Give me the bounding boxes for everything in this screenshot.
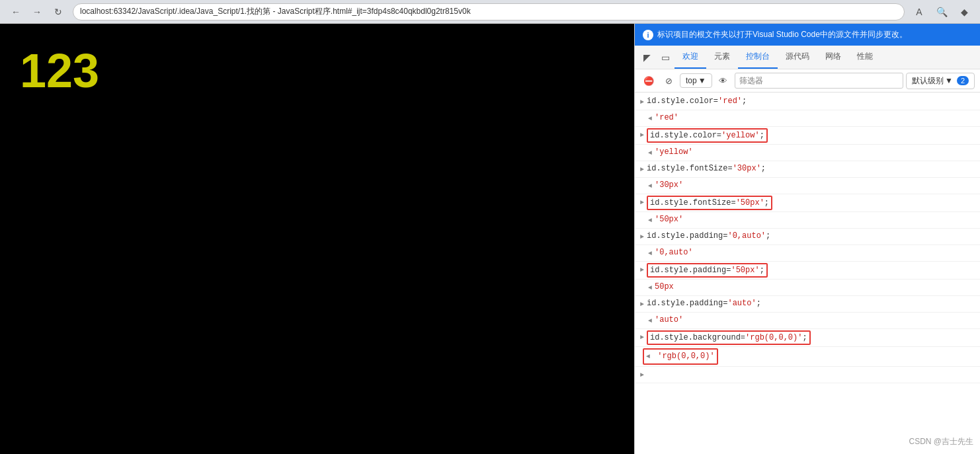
level-label: 默认级别 [912,75,944,87]
collapse-icon[interactable]: ◄ [648,315,652,327]
nav-buttons: ← → ↻ [7,3,67,21]
level-arrow-icon: ▼ [945,76,953,85]
filter-input[interactable] [735,73,903,89]
collapse-icon[interactable]: ◄ [648,113,652,125]
console-content[interactable]: ► id.style.color='red'; ◄ 'red' ► id.sty… [635,93,980,454]
console-return-line: ◄ '50px' [635,212,980,229]
tab-elements[interactable]: 元素 [706,46,738,69]
tab-performance[interactable]: 性能 [849,46,881,69]
level-dropdown[interactable]: 默认级别 ▼ 2 [906,73,975,89]
console-toolbar: ⛔ ⊘ top ▼ 👁 默认级别 ▼ 2 [635,69,980,93]
console-return-line: ◄ 'yellow' [635,145,980,161]
extensions-button[interactable]: ◆ [955,3,973,21]
device-icon[interactable]: ▭ [656,48,674,67]
watermark: CSDN @吉士先生 [909,436,973,447]
highlighted-command: id.style.color='yellow'; [647,128,768,143]
console-return-line: ◄ 50px [635,280,980,296]
expand-icon[interactable]: ► [640,332,644,344]
address-bar[interactable]: localhost:63342/JavaScript/.idea/Java_Sc… [73,3,905,20]
info-text: 标识项目的根文件夹以打开Visual Studio Code中的源文件并同步更改… [657,29,907,40]
collapse-icon[interactable]: ◄ [648,248,652,260]
console-line: ► id.style.padding='50px'; [635,262,980,280]
search-button[interactable]: 🔍 [932,3,951,21]
devtools-tabs: ◤ ▭ 欢迎 元素 控制台 源代码 网络 性能 [635,46,980,69]
badge: 2 [957,76,969,85]
console-line: ► id.style.color='yellow'; [635,127,980,145]
tab-console[interactable]: 控制台 [738,46,778,69]
expand-icon[interactable]: ► [640,96,644,108]
expand-icon[interactable]: ► [640,369,644,381]
info-bar: i 标识项目的根文件夹以打开Visual Studio Code中的源文件并同步… [635,24,980,46]
browser-chrome: ← → ↻ localhost:63342/JavaScript/.idea/J… [0,0,980,24]
console-line: ► id.style.color='red'; [635,94,980,110]
collapse-icon[interactable]: ◄ [648,282,652,294]
console-empty-line: ► [635,367,980,383]
tab-network[interactable]: 网络 [817,46,849,69]
expand-icon[interactable]: ► [640,197,644,209]
forward-button[interactable]: → [28,3,46,21]
expand-icon[interactable]: ► [640,164,644,176]
expand-icon[interactable]: ► [640,299,644,311]
block-button[interactable]: ⊘ [660,72,677,89]
inspect-icon[interactable]: ◤ [637,48,656,67]
console-line: ► id.style.fontSize='50px'; [635,194,980,212]
back-button[interactable]: ← [7,3,25,21]
address-text: localhost:63342/JavaScript/.idea/Java_Sc… [80,6,471,17]
dropdown-arrow-icon: ▼ [698,76,706,85]
collapse-icon[interactable]: ◄ [646,353,650,360]
collapse-icon[interactable]: ◄ [648,147,652,159]
console-return-line: ◄ 'auto' [635,313,980,329]
highlighted-command: id.style.background='rgb(0,0,0)'; [647,330,811,345]
highlighted-return: ◄ 'rgb(0,0,0)' [643,348,718,365]
console-return-line: ◄ '0,auto' [635,245,980,262]
highlighted-command: id.style.padding='50px'; [647,263,768,278]
highlighted-command: id.style.fontSize='50px'; [647,196,772,210]
console-return-line: ◄ 'rgb(0,0,0)' [635,347,980,367]
expand-icon[interactable]: ► [640,231,644,243]
profile-button[interactable]: A [910,3,928,21]
console-return-line: ◄ 'red' [635,110,980,127]
devtools-panel: i 标识项目的根文件夹以打开Visual Studio Code中的源文件并同步… [635,24,980,454]
main-area: 123 i 标识项目的根文件夹以打开Visual Studio Code中的源文… [0,24,980,454]
reload-button[interactable]: ↻ [49,3,67,21]
console-line: ► id.style.padding='0,auto'; [635,229,980,245]
tab-sources[interactable]: 源代码 [778,46,817,69]
console-line: ► id.style.background='rgb(0,0,0)'; [635,329,980,347]
tab-welcome[interactable]: 欢迎 [674,46,706,69]
top-label: top [686,76,697,85]
top-dropdown[interactable]: top ▼ [680,73,712,88]
info-icon: i [643,30,653,40]
collapse-icon[interactable]: ◄ [648,180,652,192]
webpage-preview: 123 [0,24,635,454]
browser-actions: A 🔍 ◆ [910,3,973,21]
expand-icon[interactable]: ► [640,264,644,276]
expand-icon[interactable]: ► [640,130,644,141]
console-line: ► id.style.padding='auto'; [635,296,980,313]
collapse-icon[interactable]: ◄ [648,215,652,227]
page-number: 123 [20,44,99,98]
console-return-line: ◄ '30px' [635,178,980,194]
webpage-content: 123 [0,24,634,454]
console-line: ► id.style.fontSize='30px'; [635,161,980,178]
clear-button[interactable]: ⛔ [640,72,657,89]
eye-button[interactable]: 👁 [715,72,732,89]
